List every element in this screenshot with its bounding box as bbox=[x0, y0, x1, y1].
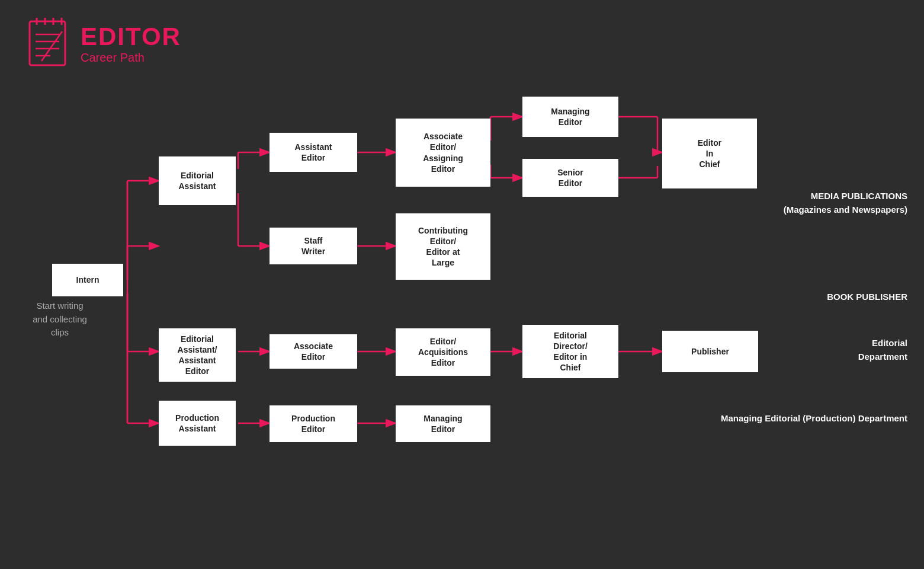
box-associate-editor-book: AssociateEditor bbox=[270, 334, 357, 369]
logo-text-block: EDITOR Career Path bbox=[81, 23, 181, 65]
label-book-publisher: BOOK PUBLISHER bbox=[827, 290, 907, 304]
box-associate-editor-assigning: AssociateEditor/AssigningEditor bbox=[396, 119, 490, 187]
box-staff-writer: StaffWriter bbox=[270, 228, 357, 264]
logo-icon bbox=[24, 17, 71, 70]
svg-line-9 bbox=[41, 31, 62, 61]
box-editor-in-chief: EditorInChief bbox=[662, 119, 757, 188]
logo-title: EDITOR bbox=[81, 23, 181, 51]
logo-area: EDITOR Career Path bbox=[24, 17, 181, 70]
label-editorial-department: EditorialDepartment bbox=[858, 337, 907, 363]
box-contributing-editor: ContributingEditor/Editor atLarge bbox=[396, 213, 490, 280]
logo-subtitle: Career Path bbox=[81, 51, 181, 65]
box-managing-editor-prod: ManagingEditor bbox=[396, 405, 490, 442]
box-editorial-assistant-book: EditorialAssistant/AssistantEditor bbox=[159, 328, 236, 382]
svg-rect-0 bbox=[30, 21, 65, 65]
box-editorial-director: EditorialDirector/Editor inChief bbox=[522, 325, 618, 378]
box-production-assistant: ProductionAssistant bbox=[159, 401, 236, 446]
start-text: Start writingand collectingclips bbox=[15, 299, 104, 340]
arrows-overlay bbox=[0, 0, 924, 569]
box-production-editor: ProductionEditor bbox=[270, 405, 357, 442]
box-assistant-editor: AssistantEditor bbox=[270, 133, 357, 172]
label-managing-editorial: Managing Editorial (Production) Departme… bbox=[721, 412, 907, 426]
label-media-publications: MEDIA PUBLICATIONS (Magazines and Newspa… bbox=[784, 190, 907, 216]
box-intern: Intern bbox=[52, 264, 123, 296]
box-managing-editor-top: ManagingEditor bbox=[522, 97, 618, 137]
box-senior-editor: SeniorEditor bbox=[522, 159, 618, 197]
box-publisher: Publisher bbox=[662, 331, 758, 372]
box-editorial-assistant: EditorialAssistant bbox=[159, 156, 236, 205]
box-editor-acquisitions: Editor/AcquisitionsEditor bbox=[396, 328, 490, 376]
